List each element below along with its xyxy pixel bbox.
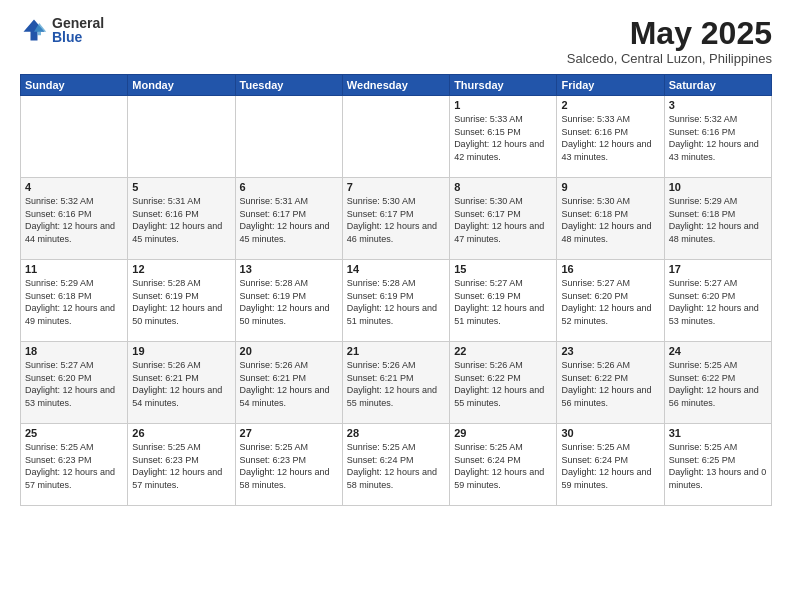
header-cell-wednesday: Wednesday (342, 75, 449, 96)
cell-content: Sunrise: 5:28 AM Sunset: 6:19 PM Dayligh… (347, 277, 445, 327)
page: General Blue May 2025 Salcedo, Central L… (0, 0, 792, 612)
calendar-cell: 24Sunrise: 5:25 AM Sunset: 6:22 PM Dayli… (664, 342, 771, 424)
day-number: 19 (132, 345, 230, 357)
calendar-cell: 14Sunrise: 5:28 AM Sunset: 6:19 PM Dayli… (342, 260, 449, 342)
calendar-cell: 5Sunrise: 5:31 AM Sunset: 6:16 PM Daylig… (128, 178, 235, 260)
calendar-cell: 17Sunrise: 5:27 AM Sunset: 6:20 PM Dayli… (664, 260, 771, 342)
cell-content: Sunrise: 5:25 AM Sunset: 6:22 PM Dayligh… (669, 359, 767, 409)
calendar-cell: 23Sunrise: 5:26 AM Sunset: 6:22 PM Dayli… (557, 342, 664, 424)
cell-content: Sunrise: 5:25 AM Sunset: 6:23 PM Dayligh… (25, 441, 123, 491)
calendar-table: SundayMondayTuesdayWednesdayThursdayFrid… (20, 74, 772, 506)
calendar-cell: 25Sunrise: 5:25 AM Sunset: 6:23 PM Dayli… (21, 424, 128, 506)
calendar-cell: 27Sunrise: 5:25 AM Sunset: 6:23 PM Dayli… (235, 424, 342, 506)
day-number: 4 (25, 181, 123, 193)
calendar-cell: 22Sunrise: 5:26 AM Sunset: 6:22 PM Dayli… (450, 342, 557, 424)
cell-content: Sunrise: 5:30 AM Sunset: 6:17 PM Dayligh… (347, 195, 445, 245)
cell-content: Sunrise: 5:27 AM Sunset: 6:19 PM Dayligh… (454, 277, 552, 327)
cell-content: Sunrise: 5:25 AM Sunset: 6:24 PM Dayligh… (454, 441, 552, 491)
calendar-cell (235, 96, 342, 178)
day-number: 6 (240, 181, 338, 193)
day-number: 3 (669, 99, 767, 111)
day-number: 31 (669, 427, 767, 439)
day-number: 14 (347, 263, 445, 275)
calendar-cell: 28Sunrise: 5:25 AM Sunset: 6:24 PM Dayli… (342, 424, 449, 506)
calendar-cell (128, 96, 235, 178)
day-number: 1 (454, 99, 552, 111)
day-number: 20 (240, 345, 338, 357)
month-title: May 2025 (567, 16, 772, 51)
week-row-4: 18Sunrise: 5:27 AM Sunset: 6:20 PM Dayli… (21, 342, 772, 424)
cell-content: Sunrise: 5:27 AM Sunset: 6:20 PM Dayligh… (669, 277, 767, 327)
day-number: 9 (561, 181, 659, 193)
cell-content: Sunrise: 5:32 AM Sunset: 6:16 PM Dayligh… (669, 113, 767, 163)
header-cell-saturday: Saturday (664, 75, 771, 96)
calendar-cell: 29Sunrise: 5:25 AM Sunset: 6:24 PM Dayli… (450, 424, 557, 506)
day-number: 30 (561, 427, 659, 439)
logo-text: General Blue (52, 16, 104, 44)
day-number: 25 (25, 427, 123, 439)
cell-content: Sunrise: 5:28 AM Sunset: 6:19 PM Dayligh… (132, 277, 230, 327)
calendar-cell: 1Sunrise: 5:33 AM Sunset: 6:15 PM Daylig… (450, 96, 557, 178)
cell-content: Sunrise: 5:27 AM Sunset: 6:20 PM Dayligh… (561, 277, 659, 327)
cell-content: Sunrise: 5:26 AM Sunset: 6:22 PM Dayligh… (454, 359, 552, 409)
day-number: 26 (132, 427, 230, 439)
calendar-cell: 11Sunrise: 5:29 AM Sunset: 6:18 PM Dayli… (21, 260, 128, 342)
day-number: 18 (25, 345, 123, 357)
calendar-cell: 7Sunrise: 5:30 AM Sunset: 6:17 PM Daylig… (342, 178, 449, 260)
logo-general: General (52, 16, 104, 30)
logo-icon (20, 16, 48, 44)
calendar-cell: 16Sunrise: 5:27 AM Sunset: 6:20 PM Dayli… (557, 260, 664, 342)
logo: General Blue (20, 16, 104, 44)
day-number: 27 (240, 427, 338, 439)
calendar-cell: 31Sunrise: 5:25 AM Sunset: 6:25 PM Dayli… (664, 424, 771, 506)
header-cell-tuesday: Tuesday (235, 75, 342, 96)
header: General Blue May 2025 Salcedo, Central L… (20, 16, 772, 66)
day-number: 22 (454, 345, 552, 357)
day-number: 16 (561, 263, 659, 275)
day-number: 10 (669, 181, 767, 193)
week-row-5: 25Sunrise: 5:25 AM Sunset: 6:23 PM Dayli… (21, 424, 772, 506)
calendar-cell: 2Sunrise: 5:33 AM Sunset: 6:16 PM Daylig… (557, 96, 664, 178)
day-number: 13 (240, 263, 338, 275)
calendar-cell (342, 96, 449, 178)
day-number: 29 (454, 427, 552, 439)
cell-content: Sunrise: 5:29 AM Sunset: 6:18 PM Dayligh… (25, 277, 123, 327)
day-number: 28 (347, 427, 445, 439)
subtitle: Salcedo, Central Luzon, Philippines (567, 51, 772, 66)
calendar-cell: 18Sunrise: 5:27 AM Sunset: 6:20 PM Dayli… (21, 342, 128, 424)
cell-content: Sunrise: 5:30 AM Sunset: 6:18 PM Dayligh… (561, 195, 659, 245)
header-row: SundayMondayTuesdayWednesdayThursdayFrid… (21, 75, 772, 96)
day-number: 8 (454, 181, 552, 193)
calendar-cell: 8Sunrise: 5:30 AM Sunset: 6:17 PM Daylig… (450, 178, 557, 260)
calendar-cell (21, 96, 128, 178)
day-number: 21 (347, 345, 445, 357)
cell-content: Sunrise: 5:28 AM Sunset: 6:19 PM Dayligh… (240, 277, 338, 327)
header-cell-thursday: Thursday (450, 75, 557, 96)
header-cell-monday: Monday (128, 75, 235, 96)
calendar-cell: 30Sunrise: 5:25 AM Sunset: 6:24 PM Dayli… (557, 424, 664, 506)
title-block: May 2025 Salcedo, Central Luzon, Philipp… (567, 16, 772, 66)
cell-content: Sunrise: 5:25 AM Sunset: 6:25 PM Dayligh… (669, 441, 767, 491)
cell-content: Sunrise: 5:31 AM Sunset: 6:17 PM Dayligh… (240, 195, 338, 245)
day-number: 11 (25, 263, 123, 275)
day-number: 23 (561, 345, 659, 357)
cell-content: Sunrise: 5:30 AM Sunset: 6:17 PM Dayligh… (454, 195, 552, 245)
cell-content: Sunrise: 5:25 AM Sunset: 6:23 PM Dayligh… (132, 441, 230, 491)
calendar-cell: 13Sunrise: 5:28 AM Sunset: 6:19 PM Dayli… (235, 260, 342, 342)
day-number: 24 (669, 345, 767, 357)
calendar-cell: 12Sunrise: 5:28 AM Sunset: 6:19 PM Dayli… (128, 260, 235, 342)
calendar-cell: 9Sunrise: 5:30 AM Sunset: 6:18 PM Daylig… (557, 178, 664, 260)
cell-content: Sunrise: 5:29 AM Sunset: 6:18 PM Dayligh… (669, 195, 767, 245)
header-cell-friday: Friday (557, 75, 664, 96)
calendar-cell: 15Sunrise: 5:27 AM Sunset: 6:19 PM Dayli… (450, 260, 557, 342)
calendar-cell: 6Sunrise: 5:31 AM Sunset: 6:17 PM Daylig… (235, 178, 342, 260)
week-row-1: 1Sunrise: 5:33 AM Sunset: 6:15 PM Daylig… (21, 96, 772, 178)
calendar-cell: 19Sunrise: 5:26 AM Sunset: 6:21 PM Dayli… (128, 342, 235, 424)
calendar-cell: 4Sunrise: 5:32 AM Sunset: 6:16 PM Daylig… (21, 178, 128, 260)
cell-content: Sunrise: 5:25 AM Sunset: 6:24 PM Dayligh… (561, 441, 659, 491)
cell-content: Sunrise: 5:26 AM Sunset: 6:21 PM Dayligh… (347, 359, 445, 409)
cell-content: Sunrise: 5:33 AM Sunset: 6:16 PM Dayligh… (561, 113, 659, 163)
calendar-cell: 21Sunrise: 5:26 AM Sunset: 6:21 PM Dayli… (342, 342, 449, 424)
cell-content: Sunrise: 5:32 AM Sunset: 6:16 PM Dayligh… (25, 195, 123, 245)
cell-content: Sunrise: 5:33 AM Sunset: 6:15 PM Dayligh… (454, 113, 552, 163)
